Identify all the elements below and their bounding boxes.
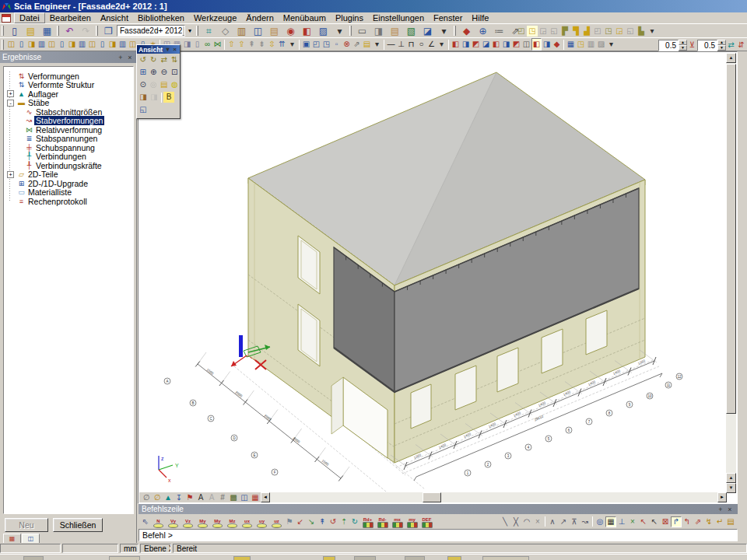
zoom-selection-icon[interactable]: ◎ [149,79,160,90]
window-icon[interactable]: ◫ [239,492,250,503]
member-toolbar-icon[interactable]: ◨ [67,38,77,51]
member-toolbar-icon[interactable]: ▣ [301,38,311,51]
command-panel-header[interactable]: Befehlszeile +× [139,504,738,514]
snap-table-icon[interactable]: ▤ [725,516,736,527]
results-panel-header[interactable]: Ergebnisse +× [0,51,137,63]
document-icon[interactable]: ▨ [315,25,331,37]
spin-down-icon[interactable]: ▼ [679,45,687,51]
coordinates-icon[interactable]: ◫ [250,25,266,37]
command-input[interactable]: Befehl > [139,529,738,541]
selected-member[interactable] [239,335,243,357]
mesh-icon[interactable]: # [217,492,228,503]
wall-view-toolbar-icon[interactable]: ◳ [603,26,614,37]
snap-perp-icon[interactable]: ↰ [682,516,693,527]
tree-item-verbindungskräfte[interactable]: ╀Verbindungskräfte [4,161,133,170]
horizontal-scrollbar[interactable] [270,492,717,502]
zoom-all-icon[interactable]: ⊙ [138,79,149,90]
member-toolbar-icon[interactable]: ◨ [501,38,511,51]
scroll-down-icon[interactable]: ▼ [726,483,736,493]
labels-off-icon[interactable]: A [206,492,217,503]
combo-overflow-icon[interactable]: ▾ [185,25,195,37]
scroll-right-icon[interactable]: ► [717,492,727,502]
pin-icon[interactable]: + [716,503,725,516]
spin-down-icon[interactable]: ▼ [717,45,726,51]
result-my-icon[interactable]: my [405,516,419,528]
vertical-scroll-thumb[interactable] [726,64,736,414]
member-toolbar-icon[interactable]: ◧ [451,38,461,51]
member-toolbar-icon[interactable]: ◨ [26,38,37,51]
status-plane[interactable]: Ebene XY [140,544,171,553]
result-mz-icon[interactable]: Mz [226,516,240,528]
member-toolbar-icon[interactable]: ▦ [566,38,576,51]
display-overflow-icon[interactable]: ▾ [606,38,616,51]
member-toolbar-icon[interactable]: ◳ [576,38,586,51]
result-rd+-icon[interactable]: Rd+ [361,516,375,528]
result-def-icon[interactable]: DEF [420,516,434,528]
tools-overflow-icon[interactable]: ▾ [331,25,348,37]
toolbar-grip[interactable] [349,26,352,36]
view-settings-icon[interactable]: ◨ [138,92,149,103]
undo-icon[interactable]: ↶ [61,25,78,37]
wall-view-toolbar-icon[interactable]: ▜ [570,26,581,37]
scale-value-2[interactable] [697,40,717,51]
wall-view-toolbar-icon[interactable]: ◲ [614,26,625,37]
tree-item-stabspannungen[interactable]: ≣Stabspannungen [4,135,133,144]
member-toolbar-icon[interactable]: ◨ [461,38,471,51]
result-vy-icon[interactable]: Vy [167,516,181,528]
grid-icon[interactable]: ▦ [250,492,261,503]
result-rd--icon[interactable]: Rd- [376,516,390,528]
toolbar-grip[interactable] [96,26,98,36]
member-toolbar-icon[interactable]: ◳ [321,38,331,51]
member-toolbar-icon[interactable]: ⇧ [226,38,237,51]
member-toolbar-icon[interactable]: ⇳ [267,38,277,51]
layers-icon[interactable]: ◧ [299,25,315,37]
snap-cross-icon[interactable]: ╳ [510,516,521,527]
tree-item-verbindungen[interactable]: ╀Verbindungen [4,152,133,162]
menu-bibliotheken[interactable]: Bibliotheken [133,13,189,23]
toolbar-grip[interactable] [57,26,59,36]
member-toolbar-icon[interactable]: ◫ [6,38,16,51]
result-uy-icon[interactable]: uy [255,516,269,528]
member-toolbar-icon[interactable]: ▯ [97,38,107,51]
scroll-left-icon[interactable]: ◄ [261,492,270,502]
result-flag-icon[interactable]: ⚑ [284,516,295,527]
member-toolbar-icon[interactable]: ◩ [471,38,481,51]
project-window-icon[interactable]: ❐ [100,25,117,37]
perpendicular-icon[interactable]: ⊥ [396,38,406,51]
snap-green-icon[interactable]: × [627,516,638,527]
result-mx-icon[interactable]: mx [391,516,405,528]
result-uz-icon[interactable]: uz [270,516,284,528]
snap-line-icon[interactable]: ╲ [500,516,510,527]
toolbar-grip[interactable] [2,40,4,50]
wall-view-toolbar-icon[interactable]: ◰ [516,26,527,37]
member-toolbar-icon[interactable]: ◧ [491,38,501,51]
scroll-split-up-icon[interactable]: ▲ [726,473,736,483]
member-toolbar-icon[interactable]: ⇟ [257,38,267,51]
snap-nand-icon[interactable]: ⊼ [569,516,580,527]
link-2-icon[interactable]: ∅ [152,492,163,503]
rotation-y-icon[interactable]: ↘ [306,516,317,527]
zoom-out-icon[interactable]: ⊖ [159,67,170,78]
menu-plugins[interactable]: Plugins [331,13,368,23]
result-ux-icon[interactable]: ux [240,516,254,528]
spin-up-icon[interactable]: ▲ [717,40,726,45]
library-icon[interactable]: ▥ [233,25,250,37]
member-toolbar-icon[interactable]: ◰ [311,38,321,51]
lift-icon[interactable]: ⇡ [338,516,349,527]
close-button[interactable]: Schließen [53,518,103,532]
flags-icon[interactable]: ⚑ [184,492,195,503]
draw-overflow-icon[interactable]: ▾ [437,38,447,51]
clip-overflow-icon[interactable]: ▾ [372,38,382,51]
surface-icon[interactable]: ▩ [228,492,239,503]
snap-enter-icon[interactable]: ↵ [714,516,725,527]
menu-ansicht[interactable]: Ansicht [96,13,133,23]
member-toolbar-icon[interactable]: ∞ [202,38,212,51]
status-units[interactable]: mm [120,544,139,553]
member-toolbar-icon[interactable]: ▯ [192,38,202,51]
print-overflow-icon[interactable]: ▾ [436,25,452,37]
member-toolbar-icon[interactable]: ◪ [481,38,491,51]
member-toolbar-icon[interactable]: ◆ [552,38,562,51]
snap-dir-icon[interactable]: ↗ [558,516,569,527]
twist-icon[interactable]: ↺ [328,516,338,527]
wall-view-toolbar-icon[interactable]: ◱ [625,26,636,37]
